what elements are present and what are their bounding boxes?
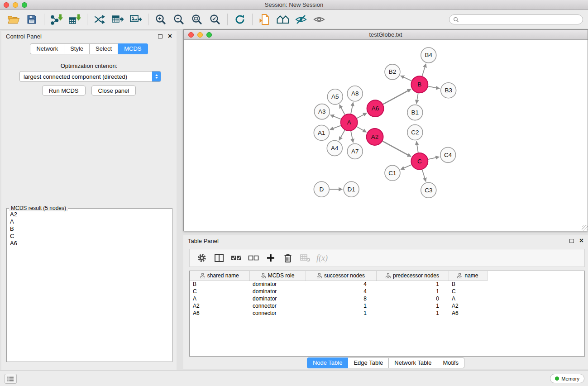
node-B[interactable]: B xyxy=(411,76,428,93)
node-A6[interactable]: A6 xyxy=(367,100,384,117)
tab-style[interactable]: Style xyxy=(64,43,90,54)
edge-C-C4[interactable] xyxy=(428,157,439,159)
edge-C-C1[interactable] xyxy=(401,165,411,169)
node-B4[interactable]: B4 xyxy=(421,48,436,63)
resize-handle[interactable] xyxy=(582,225,588,231)
hide-details-button[interactable] xyxy=(292,12,310,27)
table-row[interactable]: Adominator80A xyxy=(190,295,584,302)
close-panel-button[interactable]: Close panel xyxy=(91,86,136,95)
node-B2[interactable]: B2 xyxy=(385,64,400,80)
zoom-window-button[interactable] xyxy=(22,2,27,8)
optimization-dropdown[interactable]: largest connected component (directed) xyxy=(19,71,161,82)
tab-mcds[interactable]: MCDS xyxy=(118,43,148,54)
import-table-button[interactable] xyxy=(66,12,84,27)
delete-table-button[interactable] xyxy=(297,251,313,265)
node-C3[interactable]: C3 xyxy=(421,182,436,198)
edge-A6-B[interactable] xyxy=(383,89,411,104)
tab-select[interactable]: Select xyxy=(90,43,118,54)
minimize-window-button[interactable] xyxy=(13,2,18,8)
search-field[interactable] xyxy=(449,14,583,24)
edge-C-C3[interactable] xyxy=(422,170,426,181)
apply-function-button[interactable]: f(x) xyxy=(315,251,330,265)
column-header-MCDS-role[interactable]: MCDS role xyxy=(249,271,306,281)
memory-button[interactable]: Memory xyxy=(550,374,584,383)
clipboard-button[interactable] xyxy=(256,12,274,27)
select-all-button[interactable] xyxy=(229,251,244,265)
node-B1[interactable]: B1 xyxy=(407,105,423,120)
node-B3[interactable]: B3 xyxy=(441,83,456,98)
edge-A-A2[interactable] xyxy=(357,127,366,132)
column-header-predecessor-nodes[interactable]: predecessor nodes xyxy=(376,271,449,281)
edge-A-A5[interactable] xyxy=(339,105,345,114)
table-settings-button[interactable] xyxy=(194,251,210,265)
node-A3[interactable]: A3 xyxy=(314,104,330,119)
node-D1[interactable]: D1 xyxy=(344,181,359,197)
zoom-network-button[interactable] xyxy=(206,32,212,38)
tab-motifs[interactable]: Motifs xyxy=(437,357,464,368)
node-C[interactable]: C xyxy=(411,153,428,170)
add-row-button[interactable] xyxy=(263,251,278,265)
column-header-name[interactable]: name xyxy=(449,271,487,281)
edge-A-A3[interactable] xyxy=(330,115,341,119)
node-C4[interactable]: C4 xyxy=(440,147,456,162)
float-table-panel-icon[interactable] xyxy=(569,239,574,243)
tab-node-table[interactable]: Node Table xyxy=(307,357,349,368)
zoom-out-button[interactable] xyxy=(170,12,188,27)
node-A7[interactable]: A7 xyxy=(347,143,363,159)
edge-A-A8[interactable] xyxy=(351,102,353,114)
export-table-button[interactable] xyxy=(109,12,127,27)
table-row[interactable]: A2connector11A2 xyxy=(190,302,584,310)
close-window-button[interactable] xyxy=(4,2,9,8)
node-table[interactable]: shared nameMCDS rolesuccessor nodesprede… xyxy=(189,271,585,357)
open-session-button[interactable] xyxy=(5,12,23,27)
node-A4[interactable]: A4 xyxy=(327,140,342,156)
column-header-successor-nodes[interactable]: successor nodes xyxy=(306,271,376,281)
refresh-button[interactable] xyxy=(231,12,249,27)
edge-A-A7[interactable] xyxy=(351,131,353,143)
node-A1[interactable]: A1 xyxy=(314,125,329,141)
tab-network[interactable]: Network xyxy=(30,43,64,54)
float-panel-icon[interactable] xyxy=(158,34,163,38)
save-session-button[interactable] xyxy=(23,12,41,27)
mcds-result-item[interactable]: B xyxy=(10,225,169,233)
deselect-all-button[interactable] xyxy=(246,251,261,265)
run-mcds-button[interactable]: Run MCDS xyxy=(42,86,86,95)
edge-B-B1[interactable] xyxy=(416,93,418,104)
edge-B-B4[interactable] xyxy=(422,64,426,76)
home-button[interactable] xyxy=(274,12,292,27)
node-D[interactable]: D xyxy=(314,181,329,197)
edge-B-B3[interactable] xyxy=(428,86,440,89)
mcds-result-item[interactable]: A6 xyxy=(10,240,169,247)
tab-network-table[interactable]: Network Table xyxy=(389,357,437,368)
close-panel-icon[interactable]: × xyxy=(168,33,172,40)
zoom-fit-button[interactable] xyxy=(188,12,206,27)
edge-A-A4[interactable] xyxy=(339,130,345,141)
network-canvas[interactable]: B4B2BB3A5A8A6B1A3AC2A1A2A4A7C4CC1C3DD1 xyxy=(184,40,588,231)
tab-edge-table[interactable]: Edge Table xyxy=(348,357,389,368)
mcds-result-item[interactable]: A2 xyxy=(10,211,169,218)
edge-A-A6[interactable] xyxy=(357,113,367,119)
search-input[interactable] xyxy=(461,16,579,23)
node-A[interactable]: A xyxy=(341,114,358,131)
export-image-button[interactable] xyxy=(127,12,145,27)
table-row[interactable]: Bdominator41B xyxy=(190,281,584,288)
node-A8[interactable]: A8 xyxy=(347,86,363,101)
edge-B-B2[interactable] xyxy=(401,76,411,81)
import-network-button[interactable] xyxy=(48,12,66,27)
edge-A-A1[interactable] xyxy=(330,125,341,129)
network-graph[interactable]: B4B2BB3A5A8A6B1A3AC2A1A2A4A7C4CC1C3DD1 xyxy=(184,40,588,231)
node-C1[interactable]: C1 xyxy=(385,165,400,181)
edge-A2-C[interactable] xyxy=(382,141,411,157)
show-panel-button[interactable] xyxy=(5,374,17,384)
node-A2[interactable]: A2 xyxy=(367,129,383,145)
node-C2[interactable]: C2 xyxy=(407,125,423,140)
close-table-panel-icon[interactable]: × xyxy=(579,237,583,244)
minimize-network-button[interactable] xyxy=(197,32,203,38)
table-row[interactable]: A6connector11A6 xyxy=(190,310,584,317)
column-header-shared-name[interactable]: shared name xyxy=(190,271,249,281)
show-columns-button[interactable] xyxy=(211,251,227,265)
mcds-result-item[interactable]: C xyxy=(10,233,169,240)
node-A5[interactable]: A5 xyxy=(327,89,343,105)
export-network-button[interactable] xyxy=(91,12,109,27)
edge-C-C2[interactable] xyxy=(416,141,418,152)
